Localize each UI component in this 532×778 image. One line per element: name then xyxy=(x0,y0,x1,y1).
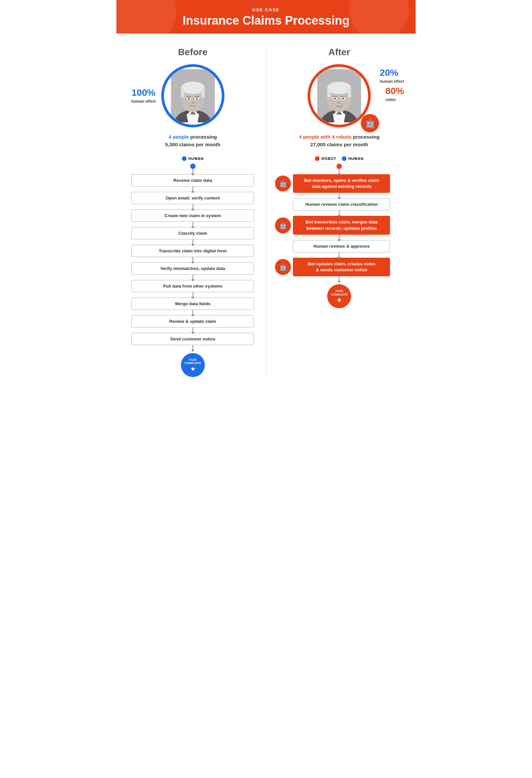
after-portrait-wrap: 20% human effort 80% robot 🤖 xyxy=(308,64,371,127)
after-pct-red-label: 80% robot xyxy=(385,86,404,102)
after-row-bot2: 🤖 Bot transcribes claim, merges databetw… xyxy=(275,216,403,234)
after-people-highlight: 4 people with 4 robots xyxy=(299,134,352,140)
after-robot-1-icon: 🤖 xyxy=(275,175,291,191)
after-human-box-1: Human reviews claim classification xyxy=(293,198,403,211)
after-bot-step-1: Bot monitors, opens & verifies claimdata… xyxy=(293,174,390,193)
after-bot-box-1: Bot monitors, opens & verifies claimdata… xyxy=(293,174,403,193)
before-arr-9 xyxy=(193,327,193,333)
svg-rect-27 xyxy=(348,88,351,97)
after-row-human2: Human reviews & approves xyxy=(275,240,403,252)
after-row-human1: Human reviews claim classification xyxy=(275,198,403,211)
before-arr-1 xyxy=(193,186,193,192)
after-pct-red-sub: robot xyxy=(385,97,396,102)
before-people-highlight: 4 people xyxy=(169,134,189,140)
before-arr-6 xyxy=(193,275,193,280)
before-arr-2 xyxy=(193,204,193,210)
before-legend-human-label: HUMAN xyxy=(188,157,204,161)
after-robot-3-icon: 🤖 xyxy=(275,259,291,275)
human-dot-icon xyxy=(182,156,186,161)
before-step-7: Pull data from other systems xyxy=(131,280,254,292)
after-bot-step-3: Bot updates claim, creates notes& sends … xyxy=(293,258,390,276)
after-task-complete-label: TASKCOMPLETE xyxy=(331,289,348,297)
svg-line-33 xyxy=(341,96,346,97)
before-pct-value: 100% xyxy=(131,87,156,98)
before-step-8: Merge data fields xyxy=(131,298,254,310)
before-star-icon: ★ xyxy=(191,366,195,372)
after-arr-2 xyxy=(339,211,339,216)
page-header: USE CASE Insurance Claims Processing xyxy=(117,0,415,33)
after-row-bot1: 🤖 Bot monitors, opens & verifies claimda… xyxy=(275,174,403,193)
before-step-1: Receive claim data xyxy=(131,174,254,186)
robot-dot-icon xyxy=(315,156,319,161)
before-heading: Before xyxy=(178,47,208,58)
after-human-step-1: Human reviews claim classification xyxy=(293,198,390,211)
svg-point-14 xyxy=(196,98,198,100)
before-start-connector xyxy=(190,164,196,174)
before-step-4: Classify claim xyxy=(131,227,254,239)
after-bot-step-2: Bot transcribes claim, merges databetwee… xyxy=(293,216,390,234)
before-arr-4 xyxy=(193,239,193,245)
after-star-icon: ★ xyxy=(337,297,341,303)
after-start-connector xyxy=(336,164,342,174)
after-portrait-robot: 🤖 xyxy=(361,114,379,132)
svg-rect-26 xyxy=(327,88,330,97)
before-processing-text: 4 people processing5,300 claims per mont… xyxy=(165,133,220,148)
after-legend: ROBOT HUMAN xyxy=(315,156,364,161)
before-portrait-wrap: 100% human effort xyxy=(161,64,224,127)
after-pct-red-value: 80% xyxy=(385,86,404,96)
before-task-complete-label: TASKCOMPLETE xyxy=(184,358,201,365)
before-step-6: Verify mismatches; update data xyxy=(131,262,254,275)
after-arr-5 xyxy=(339,276,339,282)
after-pct-blue-sub: human effort xyxy=(380,79,404,84)
svg-point-25 xyxy=(327,82,351,94)
after-bot-box-2: Bot transcribes claim, merges databetwee… xyxy=(293,216,403,234)
page-title: Insurance Claims Processing xyxy=(123,14,409,27)
after-legend-human: HUMAN xyxy=(342,156,364,161)
after-arr-3 xyxy=(339,235,339,240)
after-heading: After xyxy=(328,47,350,58)
before-pct-sub: human effort xyxy=(131,99,156,104)
after-pct-blue-label: 20% human effort xyxy=(380,68,404,84)
after-arr-1 xyxy=(339,193,339,198)
after-arr-4 xyxy=(339,252,339,258)
after-legend-robot-label: ROBOT xyxy=(321,157,336,161)
after-legend-robot: ROBOT xyxy=(315,156,336,161)
before-arrow-0 xyxy=(193,169,193,174)
before-step-9: Review & update claim xyxy=(131,315,254,327)
svg-point-31 xyxy=(343,98,344,99)
after-legend-human-label: HUMAN xyxy=(349,157,364,161)
svg-point-30 xyxy=(334,98,336,99)
svg-line-16 xyxy=(195,96,199,97)
before-step-3: Create new claim in system xyxy=(131,210,254,222)
svg-point-13 xyxy=(188,98,189,100)
svg-line-32 xyxy=(333,96,337,97)
before-legend: HUMAN xyxy=(182,156,204,161)
before-flow-diagram: HUMAN Receive claim data Open email; ver… xyxy=(123,156,263,377)
before-portrait-circle xyxy=(161,64,224,127)
svg-rect-9 xyxy=(181,88,184,97)
before-start-node xyxy=(190,164,196,169)
before-pct-label: 100% human effort xyxy=(131,87,156,104)
before-arr-7 xyxy=(193,292,193,298)
after-bot-box-3: Bot updates claim, creates notes& sends … xyxy=(293,258,403,276)
before-arr-5 xyxy=(193,257,193,262)
human-dot-icon-after xyxy=(342,156,347,161)
after-column: After xyxy=(270,47,409,377)
before-task-complete-badge: TASKCOMPLETE ★ xyxy=(181,353,205,377)
before-step-2: Open email; verify content xyxy=(131,192,254,204)
before-face-svg xyxy=(169,69,216,122)
column-divider xyxy=(266,47,266,377)
after-robot-2-icon: 🤖 xyxy=(275,218,291,233)
after-pct-blue-value: 20% xyxy=(380,68,404,78)
after-processing-text: 4 people with 4 robots processing27,000 … xyxy=(299,133,380,148)
after-human-box-2: Human reviews & approves xyxy=(293,240,403,252)
svg-point-8 xyxy=(181,82,205,94)
after-task-complete-badge: TASKCOMPLETE ★ xyxy=(327,284,351,308)
before-column: Before 100% human effort xyxy=(123,47,263,377)
robot-face-icon: 🤖 xyxy=(365,118,375,128)
use-case-label: USE CASE xyxy=(123,7,409,12)
after-arrow-0 xyxy=(339,169,339,174)
main-content: Before 100% human effort xyxy=(117,33,415,384)
after-human-step-2: Human reviews & approves xyxy=(293,240,390,252)
after-start-node xyxy=(336,164,342,169)
